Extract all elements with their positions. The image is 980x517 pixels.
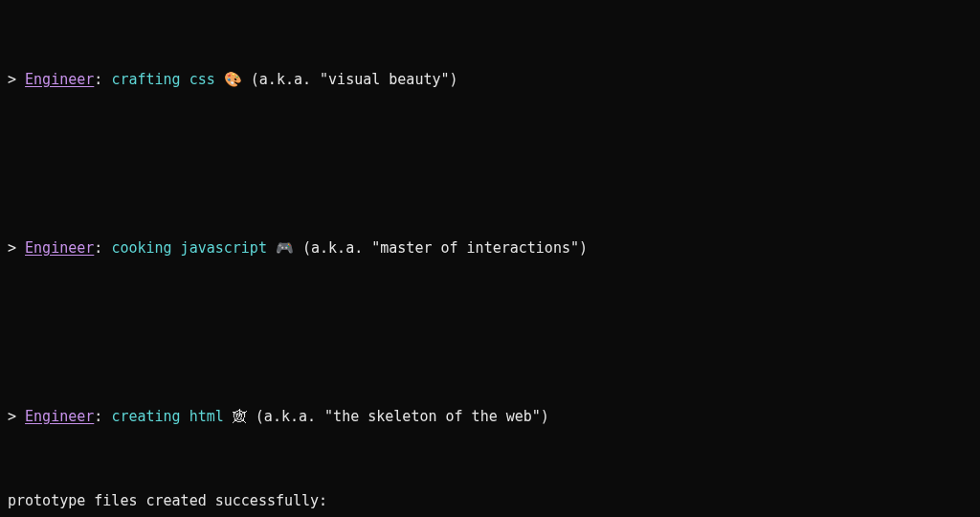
task-text: creating html [111,408,232,425]
task-text: crafting css [111,71,223,88]
colon: : [94,239,111,257]
role-engineer: Engineer [25,239,94,257]
colon: : [94,71,111,88]
prompt-caret: > [8,239,25,257]
proto-success-msg: prototype files created successfully: [8,490,972,511]
engineer-line-js: > Engineer: cooking javascript 🎮 (a.k.a.… [8,237,972,258]
engineer-line-html: > Engineer: creating html 🕸 (a.k.a. "the… [8,406,972,427]
role-engineer: Engineer [25,408,94,425]
gamepad-icon: 🎮 [276,239,294,257]
blank-line [8,322,972,343]
aka-text: (a.k.a. "the skeleton of the web") [247,408,549,425]
colon: : [94,408,111,425]
blank-line [8,153,972,174]
prompt-caret: > [8,408,25,425]
role-engineer: Engineer [25,71,94,88]
web-icon: 🕸 [233,408,247,425]
engineer-line-css: > Engineer: crafting css 🎨 (a.k.a. "visu… [8,69,972,90]
task-text: cooking javascript [111,239,276,257]
palette-icon: 🎨 [224,71,242,88]
prompt-caret: > [8,71,25,88]
aka-text: (a.k.a. "visual beauty") [242,71,458,88]
aka-text: (a.k.a. "master of interactions") [294,239,588,257]
terminal-output: > Engineer: crafting css 🎨 (a.k.a. "visu… [0,0,980,517]
